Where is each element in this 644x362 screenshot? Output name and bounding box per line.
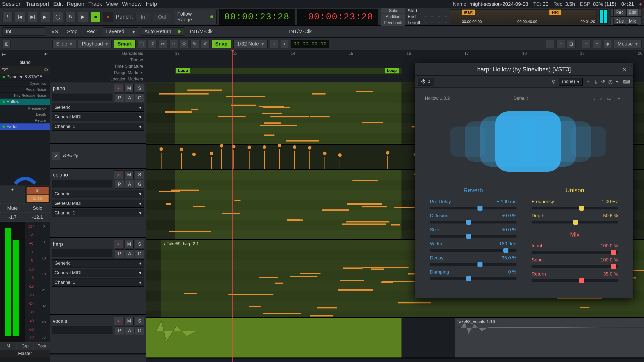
track-header-harp[interactable]: harp ● M S P A GGeneric▾General MIDI▾Cha… (50, 238, 146, 315)
plugin-row-pedal-noise[interactable]: Pedal Noise (0, 86, 50, 93)
automation[interactable]: A (125, 249, 134, 258)
group[interactable]: G (135, 94, 144, 102)
snap-button[interactable]: Snap (212, 40, 231, 48)
close-icon[interactable]: ✕ (621, 66, 628, 73)
plugin-preset-name[interactable]: Default (513, 96, 528, 101)
add-icon[interactable]: ＋ (617, 96, 621, 101)
mute[interactable]: M (125, 170, 134, 179)
loop-range[interactable] (175, 68, 401, 74)
mute[interactable]: M (125, 84, 134, 93)
rec-mode-dropdown[interactable]: Layered▾ (103, 27, 138, 36)
plugin-row-dynamics[interactable]: Dynamics (0, 80, 50, 86)
rec-arm[interactable]: ● (114, 84, 123, 93)
next-preset-icon[interactable]: › (600, 96, 602, 101)
input-icon[interactable]: ⊢ (2, 52, 6, 57)
vocal-region-1[interactable] (146, 318, 401, 357)
minimize-icon[interactable]: — (608, 66, 616, 73)
play-button[interactable]: ▶ (78, 12, 88, 22)
rec-mode-button[interactable]: Rec (613, 9, 626, 16)
monitor-disk-button[interactable]: Disk (26, 195, 49, 202)
plugin-titlebar[interactable]: harp: Hollow (by Sinevibes) [VST3] — ✕ (415, 63, 633, 76)
close-velocity-icon[interactable]: ✕ (52, 152, 60, 160)
zoom-dot-icon[interactable]: · (546, 40, 554, 48)
plugin-row-pianoteq-8-stage[interactable]: Pianoteq 8 STAGE (0, 74, 50, 80)
loop-start-marker[interactable]: Loop (176, 68, 190, 73)
save-preset-icon[interactable]: ⤓ (594, 79, 598, 85)
grp-button[interactable]: Grp (17, 342, 33, 350)
draw-tool-icon[interactable]: ✎ (190, 40, 199, 48)
param-frequency[interactable]: Frequency1.00 Hz (532, 199, 618, 209)
range-tool-icon[interactable]: ⫽ (148, 40, 157, 48)
track-header-epiano[interactable]: epiano ● M S P A GGeneric▾General MIDI▾C… (50, 169, 146, 238)
group[interactable]: G (135, 249, 144, 258)
track-lane-vocals[interactable]: Take58_vocals-1.16 (146, 318, 644, 358)
param-size[interactable]: Size50.0 % (430, 227, 516, 238)
primary-clock[interactable]: 00:00:23:28 (219, 9, 295, 25)
param-return[interactable]: Return35.0 % (532, 271, 618, 282)
zoom-out-v-icon[interactable]: − (582, 40, 591, 48)
dd[interactable]: Channel 1▾ (52, 279, 144, 287)
playlist[interactable]: P (115, 180, 124, 189)
strip-track-name[interactable]: piano (0, 59, 50, 66)
playhead[interactable] (232, 50, 233, 362)
menu-region[interactable]: Region (67, 1, 85, 7)
goto-end-button[interactable]: ▶| (28, 12, 38, 22)
loop-end-marker[interactable]: Loop (385, 68, 399, 73)
automation[interactable]: A (125, 180, 134, 189)
pin-icon[interactable]: ⚲ (552, 79, 556, 85)
group[interactable]: G (135, 180, 144, 189)
zoom-focus-dropdown[interactable]: Mouse▾ (614, 40, 641, 48)
zoom-in-v-icon[interactable]: + (593, 40, 601, 48)
playlist[interactable]: P (115, 326, 124, 335)
end-marker[interactable]: end (549, 10, 560, 15)
rec-arm[interactable]: ● (114, 170, 123, 179)
track-header-vocals[interactable]: vocals ● M S P A G (50, 315, 146, 354)
midi-panic-button[interactable]: ! (3, 12, 13, 22)
hide-icon[interactable]: 👁 (44, 52, 48, 57)
edit-mode-slide[interactable]: Slide▾ (52, 40, 76, 48)
fader[interactable]: 127+3+0-3-5-10-15-18-20-24-30-40-50-inf … (0, 222, 50, 342)
preset-selector[interactable]: (none) ▾ (559, 78, 583, 86)
stop-button[interactable]: ■ (91, 12, 101, 22)
param-send[interactable]: Send100.0 % (532, 257, 618, 268)
latency-icon[interactable]: ∿ (616, 79, 620, 85)
edit-point-dropdown[interactable]: Playhead▾ (78, 40, 111, 48)
dd[interactable]: Channel 1▾ (52, 209, 144, 217)
menu-window[interactable]: Window (122, 1, 142, 7)
param-depth[interactable]: Depth50.6 % (532, 213, 618, 223)
monitor-in-button[interactable]: In (26, 187, 49, 195)
dd[interactable]: General MIDI▾ (52, 269, 144, 277)
zoom-fit-icon[interactable]: ⊕ (603, 40, 612, 48)
edit-mode-button[interactable]: Edit (626, 9, 639, 16)
sync-source-dropdown[interactable]: Int. (3, 27, 45, 36)
param-input[interactable]: Input100.0 % (532, 243, 618, 254)
window-icon[interactable]: ▭ (607, 96, 611, 101)
record-button[interactable]: ● (103, 12, 113, 22)
bypass-button[interactable]: ⏻ 0 (418, 78, 433, 85)
prev-preset-icon[interactable]: ‹ (593, 96, 595, 101)
auto-return-dropdown[interactable]: Auto Return (141, 27, 184, 36)
dd[interactable]: General MIDI▾ (52, 200, 144, 208)
solo[interactable]: S (135, 317, 144, 325)
punch-out-button[interactable]: Out (153, 13, 171, 21)
output-label[interactable]: Master (0, 350, 50, 357)
post-button[interactable]: Post (33, 342, 50, 350)
follow-range-dropdown[interactable]: Follow Range (174, 10, 217, 24)
dd[interactable]: Generic▾ (52, 190, 144, 198)
feedback-alert-button[interactable]: Feedback (381, 20, 405, 26)
cut-tool-icon[interactable]: ✂ (159, 40, 167, 48)
grid-dropdown[interactable]: 1/32 Note▾ (233, 40, 268, 48)
comment-button[interactable]: *2* (2, 67, 8, 73)
nudge-prev-icon[interactable]: ‹ (270, 40, 278, 48)
track-width-icon[interactable]: ⊞ (3, 40, 11, 48)
object-tool-icon[interactable]: ⬚ (138, 40, 146, 48)
dd[interactable]: Generic▾ (52, 104, 144, 112)
rec-arm[interactable]: ● (114, 240, 123, 248)
track-header-piano[interactable]: piano ● M S P A GGeneric▾General MIDI▾Ch… (50, 82, 146, 144)
mini-timeline[interactable]: start end 00:00:00:00 00:00:40:00 00:01:… (450, 9, 596, 24)
dd[interactable]: Generic▾ (52, 259, 144, 267)
solo-alert-button[interactable]: Solo (381, 8, 405, 14)
zoom-out-h-icon[interactable]: − (556, 40, 565, 48)
edit-tool-icon[interactable]: ✐ (201, 40, 210, 48)
smart-tool-button[interactable]: Smart (114, 40, 136, 48)
